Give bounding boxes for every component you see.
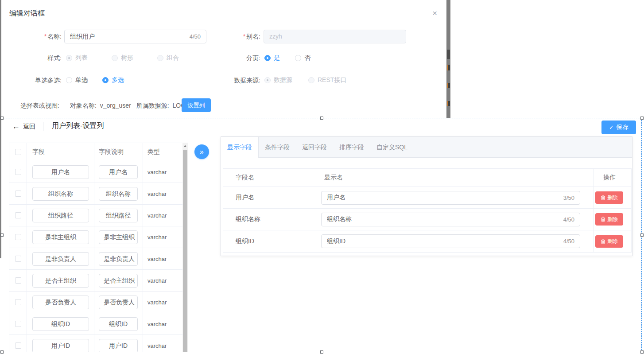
close-icon[interactable]: × bbox=[432, 9, 437, 17]
resize-handle-bottom-right[interactable] bbox=[640, 350, 644, 354]
radio-rest-api[interactable]: REST接口 bbox=[308, 76, 346, 84]
required-asterisk: * bbox=[44, 33, 47, 40]
header-divider bbox=[43, 122, 43, 131]
field-name-input[interactable]: 组织ID bbox=[32, 317, 89, 331]
back-arrow-icon: ← bbox=[12, 122, 20, 131]
scrollbar-thumb[interactable] bbox=[183, 150, 187, 352]
resize-handle-bottom-center[interactable] bbox=[320, 350, 323, 354]
radio-single-select[interactable]: 单选 bbox=[66, 76, 88, 84]
field-name-input[interactable]: 是非主组织 bbox=[32, 230, 89, 244]
tab-custom-sql[interactable]: 自定义SQL bbox=[370, 137, 414, 157]
name-counter: 4/50 bbox=[190, 30, 201, 43]
radio-datasource[interactable]: 数据源 bbox=[264, 76, 292, 84]
resize-handle-top-center[interactable] bbox=[320, 117, 323, 120]
table-row: 是否负责人 是否负责人 varchar bbox=[9, 292, 182, 313]
tab-condition-fields[interactable]: 条件字段 bbox=[259, 137, 296, 157]
scroll-up-icon[interactable] bbox=[184, 145, 186, 147]
row-checkbox[interactable] bbox=[15, 234, 21, 240]
back-button[interactable]: ← 返回 bbox=[12, 122, 35, 131]
field-desc-input[interactable]: 是否负责人 bbox=[99, 296, 138, 309]
column-header-field-name: 字段名 bbox=[223, 169, 316, 187]
radio-list[interactable]: 列表 bbox=[66, 54, 88, 62]
field-desc-input[interactable]: 是非负责人 bbox=[99, 252, 138, 266]
check-icon: ✓ bbox=[609, 124, 614, 131]
pagination-radio-group: 是 否 bbox=[264, 54, 310, 62]
column-header-actions: 操作 bbox=[594, 169, 631, 187]
field-name-input[interactable]: 用户名 bbox=[32, 165, 89, 179]
set-columns-button[interactable]: 设置列 bbox=[182, 98, 211, 112]
alias-input[interactable]: zzyh bbox=[264, 30, 406, 43]
field-desc-input[interactable]: 组织名称 bbox=[99, 187, 138, 201]
datasource-label: 所属数据源: bbox=[136, 102, 169, 109]
tab-display-fields[interactable]: 显示字段 bbox=[221, 137, 259, 158]
tab-sort-fields[interactable]: 排序字段 bbox=[333, 137, 370, 157]
resize-handle-top-left[interactable] bbox=[0, 117, 4, 120]
field-desc-input[interactable]: 是否主组织 bbox=[99, 274, 138, 288]
field-name-input[interactable]: 是非负责人 bbox=[32, 252, 89, 266]
field-type: varchar bbox=[143, 270, 182, 291]
display-name-input[interactable]: 组织ID 4/50 bbox=[321, 234, 580, 248]
back-label: 返回 bbox=[23, 123, 35, 131]
field-desc-input[interactable]: 组织ID bbox=[99, 317, 138, 331]
column-header-display-name: 显示名 bbox=[316, 169, 594, 187]
row-checkbox[interactable] bbox=[15, 299, 21, 305]
object-name-label: 对象名称: bbox=[70, 102, 97, 109]
name-input[interactable]: 组织用户 4/50 bbox=[64, 30, 206, 43]
resize-handle-mid-left[interactable] bbox=[0, 233, 4, 237]
style-radio-group: 列表 树形 组合 bbox=[66, 54, 179, 62]
field-desc-input[interactable]: 用户名 bbox=[99, 165, 138, 179]
table-row: 是非主组织 是非主组织 varchar bbox=[9, 226, 182, 248]
field-type: varchar bbox=[143, 292, 182, 313]
name-label: *名称: bbox=[19, 30, 62, 43]
field-desc-input[interactable]: 组织路径 bbox=[99, 209, 138, 222]
field-desc-input[interactable]: 是非主组织 bbox=[99, 230, 138, 244]
expand-button[interactable]: » bbox=[194, 144, 209, 159]
data-source-radio-group: 数据源 REST接口 bbox=[264, 76, 346, 85]
radio-pagination-yes[interactable]: 是 bbox=[264, 54, 280, 62]
fields-table-scrollbar[interactable] bbox=[182, 143, 188, 352]
row-checkbox[interactable] bbox=[15, 342, 21, 349]
field-name-input[interactable]: 组织路径 bbox=[32, 209, 89, 222]
occluded-ui-fragment bbox=[447, 83, 450, 88]
resize-handle-bottom-left[interactable] bbox=[0, 350, 4, 354]
field-name-input[interactable]: 组织名称 bbox=[32, 187, 89, 201]
row-checkbox[interactable] bbox=[15, 256, 21, 262]
field-desc-input[interactable]: 用户ID bbox=[99, 339, 138, 353]
table-row: 组织ID 组织ID 4/50 删除 bbox=[223, 230, 631, 252]
resize-handle-top-right[interactable] bbox=[640, 117, 644, 120]
radio-icon bbox=[295, 55, 301, 61]
row-checkbox[interactable] bbox=[15, 191, 21, 197]
field-name: 组织名称 bbox=[223, 209, 316, 230]
field-type: varchar bbox=[143, 183, 182, 204]
display-name-input[interactable]: 用户名 3/50 bbox=[321, 191, 580, 205]
edit-dialog: 编辑对话框 × *名称: 组织用户 4/50 *别名: zzyh 样式: 列表 … bbox=[1, 0, 446, 117]
field-name-input[interactable]: 用户ID bbox=[32, 339, 89, 353]
resize-handle-mid-right[interactable] bbox=[640, 233, 644, 237]
tab-return-fields[interactable]: 返回字段 bbox=[296, 137, 333, 157]
delete-button[interactable]: 删除 bbox=[595, 213, 623, 226]
row-checkbox[interactable] bbox=[15, 277, 21, 284]
field-name-input[interactable]: 是否主组织 bbox=[32, 274, 89, 288]
trash-icon bbox=[601, 239, 605, 244]
data-source-label: 数据来源: bbox=[218, 76, 260, 85]
select-all-checkbox[interactable] bbox=[15, 149, 21, 155]
field-name-input[interactable]: 是否负责人 bbox=[32, 296, 89, 309]
save-button[interactable]: ✓ 保存 bbox=[601, 121, 636, 134]
table-row: 组织名称 组织名称 varchar bbox=[9, 183, 182, 205]
display-name-input[interactable]: 组织名称 4/50 bbox=[321, 213, 580, 226]
field-type: varchar bbox=[143, 161, 182, 183]
row-checkbox[interactable] bbox=[15, 321, 21, 327]
radio-icon bbox=[264, 55, 271, 61]
table-select-info: 对象名称: v_org_user 所属数据源: LOCAL bbox=[70, 99, 193, 112]
radio-tree[interactable]: 树形 bbox=[112, 54, 133, 62]
row-checkbox[interactable] bbox=[15, 169, 21, 175]
delete-button[interactable]: 删除 bbox=[595, 235, 623, 248]
char-counter: 3/50 bbox=[563, 195, 574, 201]
radio-combo[interactable]: 组合 bbox=[157, 54, 179, 62]
alias-label: *别名: bbox=[218, 30, 260, 43]
radio-pagination-no[interactable]: 否 bbox=[295, 54, 310, 62]
radio-icon bbox=[66, 55, 72, 61]
delete-button[interactable]: 删除 bbox=[595, 191, 623, 204]
radio-multi-select[interactable]: 多选 bbox=[102, 76, 124, 84]
row-checkbox[interactable] bbox=[15, 212, 21, 218]
